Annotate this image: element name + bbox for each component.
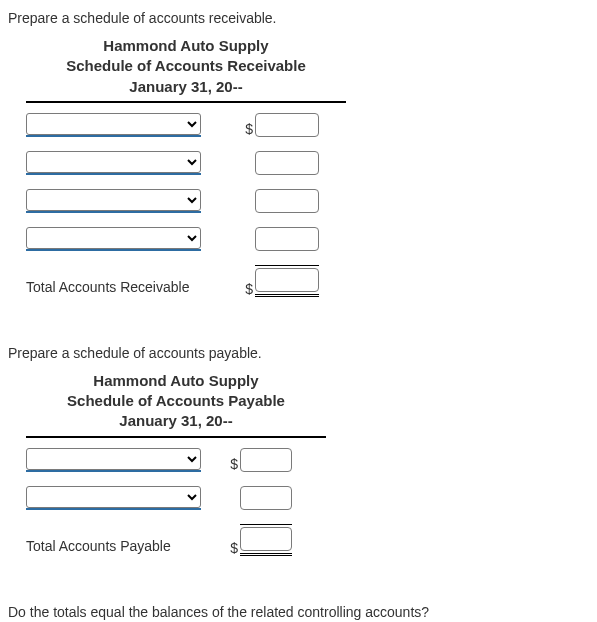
question-payable: Prepare a schedule of accounts payable. bbox=[8, 345, 589, 361]
account-select[interactable] bbox=[26, 113, 201, 135]
dollar-sign: $ bbox=[226, 540, 238, 556]
receivable-schedule: Hammond Auto Supply Schedule of Accounts… bbox=[26, 36, 346, 297]
receivable-row bbox=[26, 189, 346, 213]
account-select[interactable] bbox=[26, 486, 201, 508]
payable-row: $ bbox=[26, 448, 326, 472]
total-receivable-label: Total Accounts Receivable bbox=[26, 279, 241, 297]
account-select[interactable] bbox=[26, 189, 201, 211]
schedule-date: January 31, 20-- bbox=[26, 77, 346, 97]
dollar-sign: $ bbox=[226, 456, 238, 472]
account-select[interactable] bbox=[26, 151, 201, 173]
payable-row bbox=[26, 486, 326, 510]
dollar-sign: $ bbox=[241, 121, 253, 137]
company-name: Hammond Auto Supply bbox=[26, 36, 346, 56]
company-name: Hammond Auto Supply bbox=[26, 371, 326, 391]
payable-total-row: Total Accounts Payable $ bbox=[26, 524, 326, 556]
account-select[interactable] bbox=[26, 448, 201, 470]
payable-schedule: Hammond Auto Supply Schedule of Accounts… bbox=[26, 371, 326, 556]
total-payable-input[interactable] bbox=[240, 527, 292, 551]
receivable-row bbox=[26, 227, 346, 251]
receivable-row: $ bbox=[26, 113, 346, 137]
amount-input[interactable] bbox=[255, 151, 319, 175]
amount-input[interactable] bbox=[255, 189, 319, 213]
amount-input[interactable] bbox=[240, 486, 292, 510]
amount-input[interactable] bbox=[255, 113, 319, 137]
schedule-title: Schedule of Accounts Receivable bbox=[26, 56, 346, 76]
question-receivable: Prepare a schedule of accounts receivabl… bbox=[8, 10, 589, 26]
schedule-date: January 31, 20-- bbox=[26, 411, 326, 431]
receivable-row bbox=[26, 151, 346, 175]
account-select[interactable] bbox=[26, 227, 201, 249]
schedule-title: Schedule of Accounts Payable bbox=[26, 391, 326, 411]
amount-input[interactable] bbox=[255, 227, 319, 251]
total-payable-label: Total Accounts Payable bbox=[26, 538, 226, 556]
payable-header: Hammond Auto Supply Schedule of Accounts… bbox=[26, 371, 326, 438]
receivable-total-row: Total Accounts Receivable $ bbox=[26, 265, 346, 297]
question-final: Do the totals equal the balances of the … bbox=[8, 604, 589, 620]
dollar-sign: $ bbox=[241, 281, 253, 297]
total-receivable-input[interactable] bbox=[255, 268, 319, 292]
receivable-header: Hammond Auto Supply Schedule of Accounts… bbox=[26, 36, 346, 103]
amount-input[interactable] bbox=[240, 448, 292, 472]
